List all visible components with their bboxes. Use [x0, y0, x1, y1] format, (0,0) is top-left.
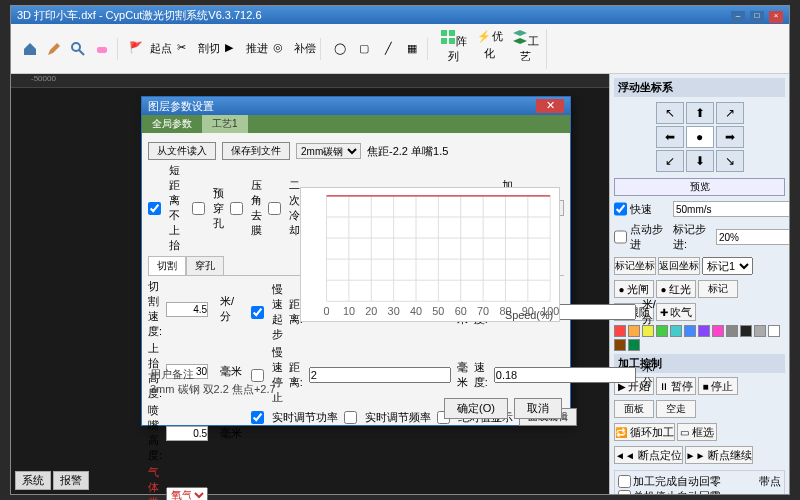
color-swatch[interactable] [684, 325, 696, 337]
redlight-button[interactable]: ● 红光 [656, 280, 696, 298]
jog-sw[interactable]: ↙ [656, 150, 684, 172]
fast-value[interactable] [673, 201, 789, 217]
jog-se[interactable]: ↘ [716, 150, 744, 172]
mark-button[interactable]: 标记 [698, 280, 738, 298]
frame-button[interactable]: ▭ 框选 [677, 423, 717, 441]
slow-dist2[interactable] [309, 367, 451, 383]
cb-prepierce[interactable] [192, 202, 205, 215]
pause-button[interactable]: ⏸ 暂停 [656, 377, 696, 395]
jog-ne[interactable]: ↗ [716, 102, 744, 124]
markstep-value[interactable] [716, 229, 789, 245]
subtab-pierce[interactable]: 穿孔 [186, 256, 224, 275]
svg-rect-1 [97, 47, 107, 53]
mark-coord-button[interactable]: 标记坐标 [614, 257, 656, 275]
load-file-button[interactable]: 从文件读入 [148, 142, 216, 160]
square-icon[interactable]: ▢ [353, 38, 375, 60]
stop-button[interactable]: ■ 停止 [698, 377, 738, 395]
jog-up[interactable]: ⬆ [686, 102, 714, 124]
window-controls: – □ × [729, 8, 783, 23]
grid-icon[interactable]: ▦ [401, 38, 423, 60]
pencil-icon[interactable] [43, 38, 65, 60]
cb-reverse[interactable] [230, 202, 243, 215]
power-curve-chart: 0102030405060708090100Speed(%) [300, 187, 560, 322]
minimize-button[interactable]: – [731, 11, 745, 23]
mark-select[interactable]: 标记1 [702, 257, 753, 275]
nozzle-height[interactable] [166, 426, 208, 441]
svg-text:10: 10 [343, 305, 355, 317]
jog-checkbox[interactable] [614, 229, 627, 245]
ribbon-label-offset: 补偿 [294, 41, 316, 56]
jog-nw[interactable]: ↖ [656, 102, 684, 124]
cut-speed[interactable] [166, 302, 208, 317]
circle-icon[interactable]: ◯ [329, 38, 351, 60]
dialog-titlebar[interactable]: 图层参数设置 ✕ [142, 97, 570, 115]
svg-text:30: 30 [388, 305, 400, 317]
jog-center[interactable]: ● [686, 126, 714, 148]
slow-speed2[interactable] [494, 367, 636, 383]
svg-text:Speed(%): Speed(%) [505, 309, 553, 321]
ribbon-toolbar: 🚩 起点 ✂ 剖切 ▶ 推进 ◎ 补偿 ◯ ▢ ╱ ▦ 阵列 ⚡优化 工艺 [11, 24, 789, 74]
cb-cool2[interactable] [268, 202, 281, 215]
color-swatch[interactable] [670, 325, 682, 337]
home-icon[interactable] [19, 38, 41, 60]
zoom-icon[interactable] [67, 38, 89, 60]
cb-short[interactable] [148, 202, 161, 215]
maximize-button[interactable]: □ [750, 11, 764, 23]
ribbon-label-cut: 剖切 [198, 41, 220, 56]
coord-title: 浮动坐标系 [614, 78, 785, 97]
scissors-icon[interactable]: ✂ [174, 38, 196, 60]
bottom-tabs: 系统 报警 [15, 471, 89, 490]
svg-rect-4 [441, 38, 447, 44]
jog-left[interactable]: ⬅ [656, 126, 684, 148]
blow-button[interactable]: ✚ 吹气 [656, 303, 696, 321]
layers-button[interactable]: 工艺 [508, 29, 542, 69]
line-icon[interactable]: ╱ [377, 38, 399, 60]
tab-global[interactable]: 全局参数 [142, 115, 202, 133]
flag-icon[interactable]: 🚩 [126, 38, 148, 60]
cancel-button[interactable]: 取消 [514, 398, 562, 419]
back-coord-button[interactable]: 返回坐标 [658, 257, 700, 275]
material-select[interactable]: 2mm碳钢 [296, 143, 361, 159]
eraser-icon[interactable] [91, 38, 113, 60]
gas-type[interactable]: 氧气 [166, 487, 208, 500]
resume-button[interactable]: ►► 断点继续 [685, 446, 754, 464]
forward-icon[interactable]: ▶ [222, 38, 244, 60]
user-note: 用户备注 3mm 碳钢 双2.2 焦点+2.7 [150, 367, 276, 397]
ribbon-label-start: 起点 [150, 41, 172, 56]
save-file-button[interactable]: 保存到文件 [222, 142, 290, 160]
dialog-close-button[interactable]: ✕ [536, 99, 564, 113]
svg-text:50: 50 [432, 305, 444, 317]
svg-text:20: 20 [365, 305, 377, 317]
ok-button[interactable]: 确定(O) [444, 398, 508, 419]
optimize-button[interactable]: ⚡优化 [472, 29, 506, 69]
color-swatch[interactable] [740, 325, 752, 337]
preview-button[interactable]: 预览 [614, 178, 785, 196]
dialog-title: 图层参数设置 [148, 99, 214, 113]
color-swatch[interactable] [698, 325, 710, 337]
svg-text:0: 0 [324, 305, 330, 317]
jog-down[interactable]: ⬇ [686, 150, 714, 172]
color-swatch[interactable] [656, 325, 668, 337]
subtab-cut[interactable]: 切割 [148, 256, 186, 275]
jog-arrows: ↖ ⬆ ↗ ⬅ ● ➡ ↙ ⬇ ↘ [614, 102, 785, 172]
tab-system[interactable]: 系统 [15, 471, 51, 490]
svg-text:40: 40 [410, 305, 422, 317]
array-button[interactable]: 阵列 [436, 29, 470, 69]
dialog-tabs: 全局参数 工艺1 [142, 115, 570, 133]
tab-layer1[interactable]: 工艺1 [202, 115, 248, 133]
color-swatch[interactable] [754, 325, 766, 337]
layer-params-dialog: 图层参数设置 ✕ 全局参数 工艺1 从文件读入 保存到文件 2mm碳钢 焦距-2… [141, 96, 571, 426]
color-swatch[interactable] [726, 325, 738, 337]
color-swatch[interactable] [712, 325, 724, 337]
close-button[interactable]: × [769, 11, 783, 23]
dryrun-button[interactable]: 空走 [656, 400, 696, 418]
window-title: 3D 打印小车.dxf - CypCut激光切割系统V6.3.712.6 [17, 8, 262, 23]
cb-rtpower[interactable] [251, 411, 264, 424]
jog-right[interactable]: ➡ [716, 126, 744, 148]
cb-rtfreq[interactable] [344, 411, 357, 424]
offset-icon[interactable]: ◎ [270, 38, 292, 60]
fast-checkbox[interactable] [614, 201, 627, 217]
cb-slowstart[interactable] [251, 306, 264, 319]
tab-alarm[interactable]: 报警 [53, 471, 89, 490]
color-swatch[interactable] [768, 325, 780, 337]
